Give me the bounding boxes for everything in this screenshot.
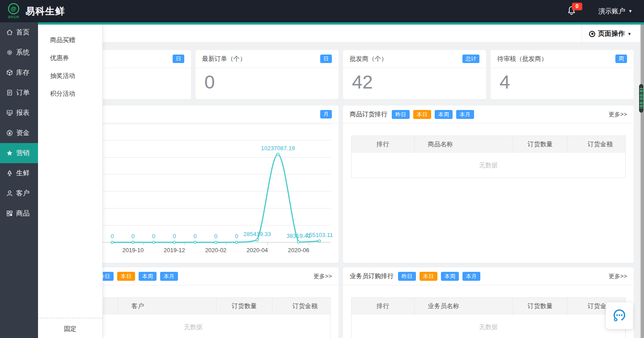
data-point	[318, 240, 320, 242]
table-column-header: 排行	[352, 136, 415, 153]
sidebar-item-customer[interactable]: 客户	[0, 183, 38, 203]
sidebar-item-marketing[interactable]: 营销	[0, 143, 38, 163]
filter-button[interactable]: 本日	[419, 272, 437, 281]
sidebar-item-label: 库存	[16, 68, 30, 77]
sidebar-item-inventory[interactable]: 库存	[0, 63, 38, 83]
stat-card-title: 待审核（批发商）	[497, 55, 547, 63]
table-empty-state: 无数据	[352, 153, 625, 177]
period-badge: 总计	[462, 55, 479, 63]
period-badge: 月	[320, 110, 332, 119]
inventory-icon	[6, 69, 13, 76]
filter-button[interactable]: 本月	[462, 272, 480, 281]
table-empty-state: 无数据	[352, 315, 625, 338]
fresh-icon	[6, 169, 13, 177]
filter-button[interactable]: 昨日	[392, 110, 410, 119]
panel-header: 商品订货排行 昨日本日本周本月 更多>>	[343, 106, 634, 123]
table-header-row: 排行商品名称订货数量订货金额	[352, 136, 625, 153]
x-axis-tick-label: 2019-10	[122, 247, 144, 254]
table-column-header: 订货数量	[513, 136, 568, 153]
stat-card-header: 批发商（个）总计	[343, 50, 486, 68]
panel-title: 业务员订购排行	[350, 272, 394, 280]
sidebar-item-label: 生鲜	[16, 169, 30, 177]
period-badge: 日	[320, 55, 332, 63]
sidebar-item-report[interactable]: 报表	[0, 103, 38, 123]
data-point-label: 0	[131, 233, 135, 240]
data-point	[256, 239, 258, 241]
account-menu[interactable]: 演示账户 ▼	[598, 7, 632, 16]
sidebar-item-home[interactable]: 首页	[0, 22, 38, 42]
sidebar-item-gear[interactable]: 系统	[0, 42, 38, 63]
data-point-label: 10237087.19	[261, 145, 295, 152]
app-title: 易科生鲜	[25, 5, 65, 17]
stat-card-header: 待审核（批发商）周	[491, 50, 634, 68]
filter-button[interactable]: 本月	[160, 272, 178, 281]
table-column-header: 客户	[118, 298, 216, 315]
data-point	[111, 241, 113, 243]
product-ranking-panel: 商品订货排行 昨日本日本周本月 更多>> 排行商品名称订货数量订货金额无数据	[343, 106, 634, 263]
data-point	[132, 241, 134, 243]
toolbar: 页面操作 ▼	[38, 25, 644, 43]
x-axis-tick-label: 2020-02	[205, 247, 227, 254]
x-axis-tick-label: 2020-04	[246, 247, 268, 254]
salesman-ranking-panel: 业务员订购排行 昨日本日本周本月 更多>> 排行业务员名称订货数量订货金额无数据	[343, 267, 634, 338]
period-badge: 日	[173, 55, 184, 63]
scrollbar-thumb[interactable]	[639, 84, 644, 113]
filter-button[interactable]: 本周	[139, 272, 157, 281]
logo-icon: @	[8, 3, 19, 14]
home-icon	[6, 29, 13, 36]
data-point-label: 0	[214, 233, 217, 240]
funds-icon	[6, 129, 13, 137]
sidebar-item-fresh[interactable]: 生鲜	[0, 163, 38, 183]
gear-icon	[6, 49, 13, 56]
more-link[interactable]: 更多>>	[609, 110, 627, 118]
data-point-label: 0	[152, 233, 155, 240]
submenu-item[interactable]: 商品买赠	[38, 31, 102, 49]
sidebar-item-label: 客户	[16, 189, 30, 198]
page-actions-dropdown[interactable]: 页面操作 ▼	[581, 25, 639, 43]
sidebar-item-order[interactable]: 订单	[0, 83, 38, 103]
data-point	[277, 153, 279, 155]
filter-button[interactable]: 本日	[413, 110, 431, 119]
table-column-header: 订货数量	[513, 298, 568, 315]
stat-card-header: 最新订单（个）日	[195, 50, 339, 68]
table-column-header: 订货数量	[216, 298, 272, 315]
submenu-item[interactable]: 抽奖活动	[38, 67, 102, 84]
x-axis-tick-label: 2020-06	[288, 247, 309, 254]
customer-icon	[6, 190, 13, 197]
submenu-item[interactable]: 积分活动	[38, 84, 102, 102]
caret-down-icon: ▼	[627, 32, 631, 36]
filter-button[interactable]: 本周	[435, 110, 453, 119]
sidebar-item-label: 首页	[16, 28, 30, 37]
pin-button[interactable]: 固定	[38, 318, 102, 333]
stat-card: 批发商（个）总计42	[343, 50, 486, 99]
sidebar-item-product[interactable]: 商品	[0, 203, 38, 224]
more-link[interactable]: 更多>>	[314, 272, 332, 280]
sidebar-item-label: 营销	[16, 149, 30, 157]
notification-count-badge: 0	[572, 3, 582, 10]
product-icon	[6, 210, 13, 217]
page-actions-label: 页面操作	[598, 30, 625, 38]
filter-button[interactable]: 本周	[441, 272, 459, 281]
scrollbar-track[interactable]	[640, 25, 644, 338]
brand-accent-bar	[38, 22, 644, 25]
data-point	[194, 241, 196, 243]
submenu-item[interactable]: 优惠券	[38, 49, 102, 67]
order-icon	[6, 89, 13, 97]
table-column-header: 业务员名称	[415, 298, 513, 315]
notification-bell-button[interactable]: 0	[566, 5, 578, 17]
app-logo: @ 易科生鲜	[5, 3, 21, 19]
sidebar-item-label: 报表	[16, 109, 30, 117]
table-column-header: 订货金额	[272, 298, 330, 315]
radio-icon	[589, 31, 595, 37]
sidebar-item-funds[interactable]: 资金	[0, 123, 38, 143]
data-point-label: 0	[173, 233, 176, 240]
stat-card-value: 0	[195, 68, 339, 93]
filter-button[interactable]: 昨日	[398, 272, 416, 281]
data-point	[297, 241, 300, 243]
more-link[interactable]: 更多>>	[609, 272, 627, 280]
filter-button[interactable]: 本日	[117, 272, 135, 281]
chat-fab-button[interactable]	[606, 302, 633, 329]
filter-button[interactable]: 本月	[456, 110, 474, 119]
table-column-header: 商品名称	[415, 136, 513, 153]
panel-header: 业务员订购排行 昨日本日本周本月 更多>>	[343, 267, 634, 285]
